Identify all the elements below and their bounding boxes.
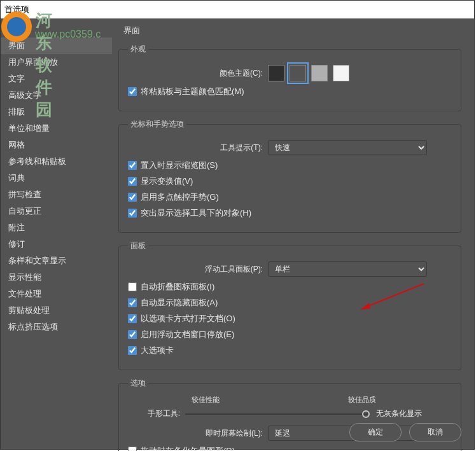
sidebar-item-spelling[interactable]: 拼写检查 bbox=[1, 186, 112, 203]
sidebar-item-file-handling[interactable]: 文件处理 bbox=[1, 286, 112, 302]
cancel-button[interactable]: 取消 bbox=[409, 423, 461, 441]
appearance-legend: 外观 bbox=[128, 44, 148, 55]
greek-vector-checkbox[interactable] bbox=[128, 447, 137, 451]
slider-knob[interactable] bbox=[362, 410, 370, 418]
qual-label: 较佳品质 bbox=[348, 395, 376, 405]
open-as-tabs-label[interactable]: 以选项卡方式打开文档(O) bbox=[141, 313, 235, 324]
show-thumbnails-label[interactable]: 置入时显示缩览图(S) bbox=[141, 160, 218, 171]
color-theme-swatches bbox=[268, 65, 349, 81]
sidebar-item-ui-scaling[interactable]: 用户界面缩放 bbox=[1, 54, 112, 71]
show-transform-label[interactable]: 显示变换值(V) bbox=[141, 176, 193, 187]
show-transform-checkbox[interactable] bbox=[128, 177, 137, 186]
hand-tool-label: 手形工具: bbox=[128, 408, 185, 419]
sidebar-item-composition[interactable]: 排版 bbox=[1, 104, 112, 120]
sidebar-item-autocorrect[interactable]: 自动更正 bbox=[1, 203, 112, 219]
perf-label: 较佳性能 bbox=[192, 395, 220, 405]
sidebar: 常规 界面 用户界面缩放 文字 高级文字 排版 单位和增量 网格 参考线和粘贴板… bbox=[1, 18, 112, 449]
cursor-section: 光标和手势选项 工具提示(T): 快速 置入时显示缩览图(S) 显示变换值(V) bbox=[118, 119, 461, 233]
titlebar: 首选项 bbox=[1, 1, 474, 18]
cursor-legend: 光标和手势选项 bbox=[128, 119, 186, 130]
open-as-tabs-checkbox[interactable] bbox=[128, 314, 137, 323]
sidebar-item-clipboard[interactable]: 剪贴板处理 bbox=[1, 302, 112, 319]
sidebar-item-notes[interactable]: 附注 bbox=[1, 219, 112, 236]
multitouch-label[interactable]: 启用多点触控手势(G) bbox=[141, 191, 219, 203]
floating-tools-select[interactable]: 单栏 bbox=[268, 261, 427, 277]
multitouch-checkbox[interactable] bbox=[128, 193, 137, 202]
highlight-object-checkbox[interactable] bbox=[128, 209, 137, 218]
dialog-title: 首选项 bbox=[4, 4, 29, 15]
match-pasteboard-checkbox[interactable] bbox=[128, 87, 137, 96]
sidebar-item-dictionary[interactable]: 词典 bbox=[1, 170, 112, 186]
swatch-light[interactable] bbox=[311, 65, 328, 81]
highlight-object-label[interactable]: 突出显示选择工具下的对象(H) bbox=[141, 207, 251, 219]
sidebar-item-grids[interactable]: 网格 bbox=[1, 137, 112, 153]
sidebar-item-units[interactable]: 单位和增量 bbox=[1, 120, 112, 137]
ok-button[interactable]: 确定 bbox=[349, 423, 402, 441]
swatch-dark[interactable] bbox=[290, 65, 306, 81]
show-thumbnails-checkbox[interactable] bbox=[128, 161, 137, 170]
sidebar-item-track-changes[interactable]: 修订 bbox=[1, 236, 112, 253]
tooltips-label: 工具提示(T): bbox=[128, 142, 268, 153]
sidebar-item-interface[interactable]: 界面 bbox=[1, 38, 112, 54]
sidebar-item-story-editor[interactable]: 条样和文章显示 bbox=[1, 253, 112, 269]
panels-section: 面板 浮动工具面板(P): 单栏 自动折叠图标面板(I) 自动显示隐藏面板(A) bbox=[118, 240, 461, 370]
floating-tools-label: 浮动工具面板(P): bbox=[128, 264, 268, 275]
auto-collapse-checkbox[interactable] bbox=[128, 282, 137, 291]
live-draw-label: 即时屏幕绘制(L): bbox=[128, 428, 268, 439]
sidebar-item-general[interactable]: 常规 bbox=[1, 21, 112, 38]
panels-legend: 面板 bbox=[128, 240, 148, 251]
hand-tool-slider[interactable] bbox=[185, 410, 370, 419]
swatch-darkest[interactable] bbox=[268, 65, 284, 81]
color-theme-label: 颜色主题(C): bbox=[128, 68, 268, 79]
large-tabs-label[interactable]: 大选项卡 bbox=[141, 345, 174, 356]
no-greek-label: 无灰条化显示 bbox=[370, 408, 422, 419]
large-tabs-checkbox[interactable] bbox=[128, 346, 137, 355]
enable-docking-checkbox[interactable] bbox=[128, 330, 137, 339]
tooltips-select[interactable]: 快速 bbox=[268, 140, 427, 155]
sidebar-item-display-perf[interactable]: 显示性能 bbox=[1, 269, 112, 286]
footer-buttons: 确定 取消 bbox=[349, 423, 461, 441]
match-pasteboard-label[interactable]: 将粘贴板与主题颜色匹配(M) bbox=[141, 86, 244, 97]
greek-vector-label[interactable]: 拖动时灰条化矢量图形(D) bbox=[141, 445, 235, 451]
auto-collapse-label[interactable]: 自动折叠图标面板(I) bbox=[141, 281, 214, 293]
options-legend: 选项 bbox=[128, 378, 148, 389]
sidebar-item-advanced-type[interactable]: 高级文字 bbox=[1, 87, 112, 104]
enable-docking-label[interactable]: 启用浮动文档窗口停放(E) bbox=[141, 329, 234, 340]
sidebar-item-guides[interactable]: 参考线和粘贴板 bbox=[1, 153, 112, 170]
swatch-lightest[interactable] bbox=[333, 65, 349, 81]
appearance-section: 外观 颜色主题(C): 将粘贴板与主题颜色匹配(M) bbox=[118, 44, 461, 111]
panel-title: 界面 bbox=[118, 25, 461, 36]
auto-show-hidden-label[interactable]: 自动显示隐藏面板(A) bbox=[141, 297, 218, 309]
main-panel: 界面 外观 颜色主题(C): 将粘贴板与主题颜色匹配(M) bbox=[112, 18, 474, 449]
sidebar-item-type[interactable]: 文字 bbox=[1, 71, 112, 87]
auto-show-hidden-checkbox[interactable] bbox=[128, 298, 137, 307]
sidebar-item-mojikumi[interactable]: 标点挤压选项 bbox=[1, 319, 112, 335]
